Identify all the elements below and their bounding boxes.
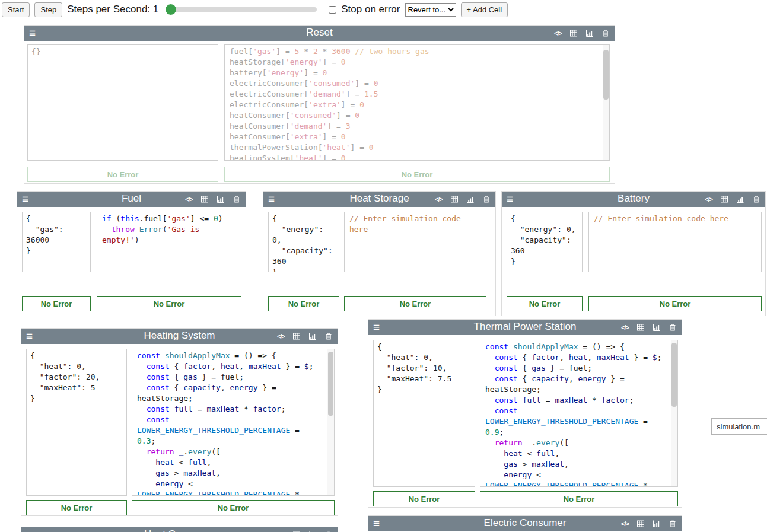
cell-heating-system: ≡ Heating System </> { "heat": 0, "facto… [21, 328, 338, 516]
code-status: No Error [588, 296, 762, 311]
cell-header: ≡ Reset </> [24, 26, 615, 41]
table-view-icon[interactable] [636, 520, 645, 528]
state-status: No Error [507, 296, 583, 311]
state-status: No Error [22, 296, 91, 311]
code-editor[interactable]: const shouldApplyMax = () => { const { f… [132, 349, 335, 496]
chart-view-icon[interactable] [585, 29, 594, 37]
menu-icon[interactable]: ≡ [373, 517, 380, 531]
code-editor[interactable]: const shouldApplyMax = () => { const { f… [480, 340, 678, 487]
delete-cell-icon[interactable] [752, 195, 760, 203]
steps-per-second-label: Steps per Second: 1 [67, 4, 158, 15]
cell-thermal-power-station: ≡ Thermal Power Station </> { "heat": 0,… [368, 319, 682, 508]
cell-header: ≡ Electric Consumer </> [368, 516, 682, 531]
code-editor[interactable]: if (this.fuel['gas'] <= 0) throw Error('… [97, 212, 241, 272]
code-editor[interactable]: // Enter simulation code here [344, 212, 486, 272]
code-status: No Error [224, 167, 610, 182]
step-button[interactable]: Step [34, 2, 62, 17]
cell-battery: ≡ Battery </> { "energy": 0, "capacity":… [501, 191, 766, 316]
cell-heat-consumer: ≡ Heat Consumer </> [21, 527, 338, 532]
revert-select[interactable]: Revert to... [405, 3, 456, 17]
chart-view-icon[interactable] [736, 195, 744, 203]
cell-header: ≡ Heat Storage </> [263, 192, 495, 207]
chart-view-icon[interactable] [653, 520, 661, 528]
chart-view-icon[interactable] [308, 332, 317, 340]
header-icons: </> [705, 192, 760, 207]
menu-icon[interactable]: ≡ [29, 26, 36, 40]
code-view-icon[interactable]: </> [621, 324, 629, 331]
table-view-icon[interactable] [569, 29, 578, 37]
cell-header: ≡ Fuel </> [17, 192, 246, 207]
state-editor[interactable]: { "heat": 0, "factor": 10, "maxHeat": 7.… [373, 340, 475, 487]
header-icons: </> [621, 320, 677, 335]
code-status: No Error [97, 296, 241, 311]
slider-knob[interactable] [166, 4, 176, 15]
chart-view-icon[interactable] [653, 323, 661, 332]
state-status: No Error [26, 500, 127, 515]
delete-cell-icon[interactable] [324, 332, 333, 340]
state-editor[interactable]: { "heat": 0, "factor": 20, "maxHeat": 5 … [26, 349, 127, 496]
delete-cell-icon[interactable] [669, 323, 677, 332]
stop-on-error-label: Stop on error [341, 4, 400, 15]
stop-on-error-checkbox[interactable] [329, 6, 336, 14]
state-editor[interactable]: { "energy": 0, "capacity": 360 } [507, 212, 583, 272]
status-tooltip: simulation.m [711, 418, 767, 435]
state-editor[interactable]: { "gas": 36000 } [22, 212, 91, 272]
code-view-icon[interactable]: </> [277, 333, 285, 340]
scrollbar-thumb[interactable] [671, 343, 677, 407]
header-icons: </> [277, 329, 333, 344]
state-status: No Error [268, 296, 339, 311]
cell-title: Reset [24, 27, 615, 39]
scrollbar[interactable] [671, 340, 677, 486]
scrollbar-thumb[interactable] [328, 352, 333, 416]
state-status: No Error [27, 167, 218, 182]
scrollbar-thumb[interactable] [603, 50, 609, 100]
chart-view-icon[interactable] [466, 195, 475, 203]
code-view-icon[interactable]: </> [185, 196, 193, 203]
chart-view-icon[interactable] [217, 195, 225, 203]
table-view-icon[interactable] [292, 332, 301, 340]
menu-icon[interactable]: ≡ [22, 192, 28, 206]
cell-header: ≡ Heat Consumer </> [21, 527, 338, 532]
state-editor[interactable]: { "energy": 0, "capacity": 360 } [268, 212, 339, 272]
menu-icon[interactable]: ≡ [373, 320, 380, 335]
menu-icon[interactable]: ≡ [26, 528, 33, 532]
scrollbar[interactable] [327, 349, 334, 495]
table-view-icon[interactable] [636, 323, 645, 332]
table-view-icon[interactable] [200, 195, 209, 203]
cell-fuel: ≡ Fuel </> { "gas": 36000 } if (this.fue… [17, 191, 246, 316]
cell-header: ≡ Battery </> [502, 192, 765, 207]
code-status: No Error [132, 500, 335, 515]
app-root: Start Step Steps per Second: 1 Stop on e… [0, 0, 767, 532]
cell-header: ≡ Thermal Power Station </> [368, 320, 682, 335]
steps-per-second-slider[interactable] [167, 7, 317, 12]
cell-heat-storage: ≡ Heat Storage </> { "energy": 0, "capac… [263, 191, 496, 316]
code-view-icon[interactable]: </> [705, 196, 712, 203]
table-view-icon[interactable] [450, 195, 459, 203]
cell-electric-consumer: ≡ Electric Consumer </> [368, 515, 682, 532]
menu-icon[interactable]: ≡ [268, 192, 275, 206]
menu-icon[interactable]: ≡ [507, 192, 513, 206]
toolbar: Start Step Steps per Second: 1 Stop on e… [0, 0, 767, 19]
code-status: No Error [344, 296, 486, 311]
menu-icon[interactable]: ≡ [26, 329, 33, 343]
cell-header: ≡ Heating System </> [21, 329, 338, 344]
code-view-icon[interactable]: </> [621, 520, 629, 527]
start-button[interactable]: Start [2, 2, 30, 17]
header-icons: </> [554, 26, 610, 41]
code-editor[interactable]: fuel['gas'] = 5 * 2 * 3600 // two hours … [224, 44, 610, 161]
delete-cell-icon[interactable] [601, 29, 610, 37]
delete-cell-icon[interactable] [669, 520, 677, 528]
delete-cell-icon[interactable] [482, 195, 491, 203]
code-status: No Error [480, 491, 678, 506]
code-view-icon[interactable]: </> [554, 30, 562, 37]
add-cell-button[interactable]: + Add Cell [461, 2, 508, 17]
header-icons: </> [185, 192, 241, 207]
state-editor[interactable]: {} [27, 44, 218, 161]
code-view-icon[interactable]: </> [435, 196, 443, 203]
cell-reset: ≡ Reset </> {} fuel['gas'] = 5 * 2 * 360… [24, 25, 615, 184]
header-icons: </> [277, 527, 333, 532]
scrollbar[interactable] [603, 45, 609, 160]
delete-cell-icon[interactable] [233, 195, 241, 203]
code-editor[interactable]: // Enter simulation code here [588, 212, 762, 272]
table-view-icon[interactable] [720, 195, 728, 203]
